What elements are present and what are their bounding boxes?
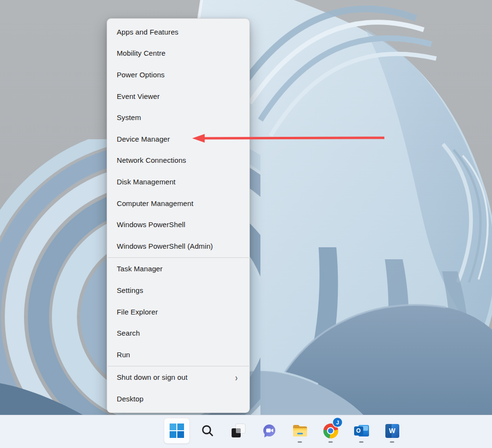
menu-item-mobility-centre[interactable]: Mobility Centre	[107, 43, 249, 64]
start-button[interactable]	[164, 418, 190, 444]
menu-item-system[interactable]: System	[107, 107, 249, 128]
menu-item-run[interactable]: Run	[107, 344, 249, 365]
running-indicator	[359, 441, 364, 443]
chrome-profile-badge: J	[333, 418, 342, 427]
menu-item-label: Settings	[117, 286, 143, 294]
menu-item-settings[interactable]: Settings	[107, 279, 249, 301]
menu-item-shut-down-or-sign-out[interactable]: Shut down or sign out›	[107, 367, 249, 388]
menu-item-label: File Explorer	[117, 308, 158, 316]
menu-item-disk-management[interactable]: Disk Management	[107, 171, 249, 193]
task-view-button[interactable]	[225, 418, 251, 444]
menu-item-power-options[interactable]: Power Options	[107, 64, 249, 85]
word-button[interactable]: W	[379, 418, 405, 444]
running-indicator	[390, 441, 394, 443]
menu-item-label: Computer Management	[117, 199, 193, 207]
search-button[interactable]	[195, 418, 221, 444]
menu-item-label: Disk Management	[117, 178, 175, 186]
menu-item-label: Desktop	[117, 395, 144, 403]
menu-item-label: Windows PowerShell	[117, 220, 185, 229]
running-indicator	[329, 441, 333, 443]
annotation-arrow-device-manager	[190, 132, 387, 145]
menu-item-label: Network Connections	[117, 156, 186, 164]
menu-item-label: Power Options	[117, 71, 165, 79]
menu-item-desktop[interactable]: Desktop	[107, 388, 249, 410]
chat-icon	[262, 424, 277, 438]
menu-item-label: Apps and Features	[117, 28, 178, 36]
task-view-icon	[232, 424, 245, 437]
menu-item-network-connections[interactable]: Network Connections	[107, 150, 249, 171]
menu-item-file-explorer[interactable]: File Explorer	[107, 301, 249, 323]
outlook-letter: O	[354, 426, 363, 436]
menu-item-task-manager[interactable]: Task Manager	[107, 258, 249, 280]
menu-item-label: Windows PowerShell (Admin)	[117, 242, 213, 250]
windows-logo-icon	[170, 424, 184, 438]
menu-item-label: System	[117, 113, 141, 121]
menu-separator	[108, 257, 249, 258]
menu-item-windows-powershell-admin[interactable]: Windows PowerShell (Admin)	[107, 235, 249, 257]
menu-item-label: Mobility Centre	[117, 49, 166, 57]
file-explorer-icon	[293, 424, 308, 437]
submenu-chevron-icon: ›	[235, 373, 240, 382]
outlook-icon: O	[354, 424, 369, 438]
taskbar: J O W	[0, 415, 492, 448]
winx-menu: Apps and FeaturesMobility CentrePower Op…	[107, 18, 250, 413]
menu-separator	[108, 366, 249, 366]
taskbar-icon-row: J O W	[164, 418, 405, 444]
menu-item-label: Event Viewer	[117, 92, 160, 100]
search-icon	[201, 424, 214, 437]
outlook-button[interactable]: O	[348, 418, 374, 444]
menu-item-search[interactable]: Search	[107, 322, 249, 344]
running-indicator	[298, 441, 302, 443]
menu-item-label: Device Manager	[117, 135, 170, 143]
menu-item-label: Task Manager	[117, 265, 162, 273]
menu-item-computer-management[interactable]: Computer Management	[107, 193, 249, 214]
word-icon: W	[385, 424, 399, 438]
chrome-button[interactable]: J	[318, 418, 344, 444]
menu-item-label: Run	[117, 351, 130, 359]
word-letter: W	[389, 427, 395, 435]
file-explorer-button[interactable]	[287, 418, 313, 444]
menu-item-apps-and-features[interactable]: Apps and Features	[107, 21, 249, 43]
menu-item-label: Shut down or sign out	[117, 373, 187, 381]
menu-item-event-viewer[interactable]: Event Viewer	[107, 85, 249, 107]
chat-button[interactable]	[256, 418, 282, 444]
menu-item-label: Search	[117, 329, 140, 337]
menu-item-windows-powershell[interactable]: Windows PowerShell	[107, 214, 249, 235]
